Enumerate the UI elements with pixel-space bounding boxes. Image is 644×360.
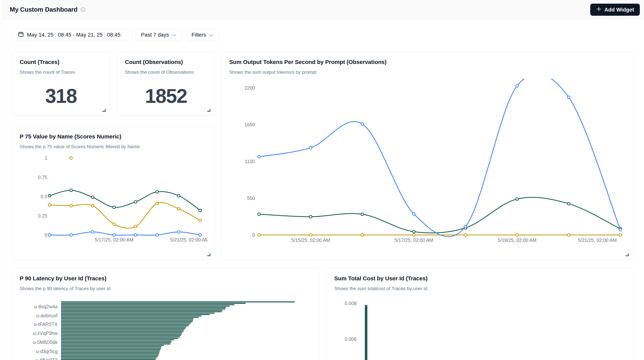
svg-text:5/17/25, 02:00 AM: 5/17/25, 02:00 AM — [394, 237, 433, 243]
page-header: My Custom Dashboard Add Widget — [2, 0, 644, 19]
widget-title: P 90 Latency by User Id (Traces) — [20, 275, 312, 282]
widget-card-p75-scores: P 75 Value by Name (Scores Numeric) Show… — [12, 126, 215, 260]
filters-label: Filters — [192, 32, 206, 38]
widget-subtitle: Shows the p 75 value of Scores Numeric f… — [20, 144, 207, 149]
svg-text:u-8sq2w4a: u-8sq2w4a — [34, 304, 58, 309]
info-icon[interactable] — [80, 7, 86, 12]
svg-text:5/17/25, 02:00 AM: 5/17/25, 02:00 AM — [95, 237, 134, 242]
svg-text:u-5M8D56k: u-5M8D56k — [33, 339, 58, 345]
p90-bar-chart: u-8sq2w4au-aobnuxfu-tFAR5TXu-zVqP3hwu-5M… — [20, 291, 312, 360]
dashboard-page: My Custom Dashboard Add Widget — [0, 0, 644, 360]
p75-line-chart: 00.250.50.7515/17/25, 02:00 AM5/21/25, 0… — [20, 149, 208, 257]
svg-text:0.75: 0.75 — [38, 175, 47, 180]
widget-subtitle: Shows the count of Observations — [125, 70, 207, 75]
tokens-line-chart: 05501100165022005/15/25, 02:00 AM5/17/25… — [229, 79, 626, 255]
count-observations-value: 1852 — [117, 81, 215, 111]
filters-button[interactable]: Filters — [186, 29, 219, 41]
widget-subtitle: Shows the sum output tokens/s by prompt — [229, 70, 626, 75]
chevron-down-icon — [172, 32, 176, 38]
svg-text:0.5: 0.5 — [40, 194, 47, 199]
widget-card-total-cost: Sum Total Cost by User Id (Traces) Shows… — [326, 268, 633, 360]
date-preset-label: Past 7 days — [141, 32, 169, 38]
widget-subtitle: Shows the p 90 latency of Traces by user… — [20, 286, 312, 291]
widget-card-count-observations: Count (Observations) Shows the count of … — [117, 52, 215, 116]
svg-text:0.006: 0.006 — [344, 336, 357, 342]
date-range-button[interactable]: May 14, 25 : 08:45 - May 21, 25 : 08:45 — [12, 29, 132, 41]
calendar-icon — [18, 31, 24, 39]
widget-card-count-traces: Count (Traces) Shows the count of Traces… — [12, 52, 110, 116]
svg-text:1100: 1100 — [245, 159, 255, 164]
svg-text:0.008: 0.008 — [344, 301, 357, 306]
plus-icon — [596, 6, 602, 13]
add-widget-label: Add Widget — [604, 7, 634, 13]
widget-title: P 75 Value by Name (Scores Numeric) — [20, 133, 207, 140]
svg-text:5/15/25, 02:00 AM: 5/15/25, 02:00 AM — [291, 237, 330, 243]
add-widget-button[interactable]: Add Widget — [590, 4, 640, 16]
date-preset-button[interactable]: Past 7 days — [136, 29, 182, 41]
widget-subtitle: Shows the sum totalcost of Traces by use… — [334, 286, 626, 291]
svg-text:u-d3qr5cg: u-d3qr5cg — [36, 349, 58, 354]
widget-title: Count (Observations) — [125, 59, 207, 65]
svg-text:5/21/25, 02:00 AM: 5/21/25, 02:00 AM — [578, 237, 617, 243]
page-title: My Custom Dashboard — [10, 6, 78, 13]
widget-title: Sum Output Tokens Per Second by Prompt (… — [229, 59, 626, 65]
svg-text:5/19/25, 02:00 AM: 5/19/25, 02:00 AM — [498, 237, 536, 243]
resize-handle[interactable] — [207, 253, 210, 256]
svg-text:u-tFAR5TX: u-tFAR5TX — [34, 321, 58, 327]
widget-card-tokens-per-second: Sum Output Tokens Per Second by Prompt (… — [221, 52, 633, 260]
resize-handle[interactable] — [102, 109, 106, 112]
date-range-value: May 14, 25 : 08:45 - May 21, 25 : 08:45 — [27, 32, 120, 38]
svg-text:550: 550 — [247, 195, 255, 201]
svg-text:u-8fVa9T3: u-8fVa9T3 — [36, 357, 58, 360]
svg-text:0.25: 0.25 — [38, 213, 47, 218]
svg-text:0: 0 — [44, 232, 47, 238]
svg-text:1650: 1650 — [244, 122, 255, 127]
resize-handle[interactable] — [207, 109, 210, 112]
cost-bar-chart: 0.0080.006 — [334, 291, 626, 360]
resize-handle[interactable] — [626, 253, 629, 256]
svg-text:5/21/25, 02:00 AM: 5/21/25, 02:00 AM — [170, 237, 208, 242]
widget-title: Sum Total Cost by User Id (Traces) — [334, 275, 626, 282]
widget-title: Count (Traces) — [20, 59, 102, 65]
svg-text:u-zVqP3hw: u-zVqP3hw — [33, 330, 58, 336]
count-traces-value: 318 — [12, 81, 110, 111]
svg-text:2200: 2200 — [244, 85, 255, 91]
svg-text:1: 1 — [44, 155, 47, 161]
widget-card-p90-latency: P 90 Latency by User Id (Traces) Shows t… — [12, 268, 320, 360]
svg-text:u-aobnuxf: u-aobnuxf — [36, 313, 58, 318]
widget-subtitle: Shows the count of Traces — [20, 70, 102, 75]
svg-text:0: 0 — [252, 232, 255, 238]
chevron-down-icon — [209, 32, 213, 38]
